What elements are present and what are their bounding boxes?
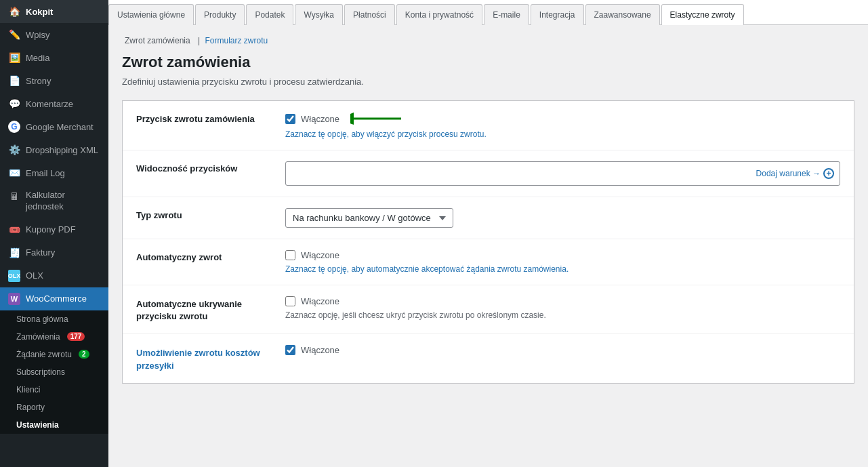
checkbox-row-ukrywanie: Włączone: [285, 296, 840, 306]
checkbox-row-zwrot-kosztow: Włączone: [285, 345, 840, 355]
sidebar-item-kalkulator[interactable]: 🖩 Kalkulator jednostek: [0, 184, 108, 218]
sidebar-item-media[interactable]: 🖼️ Media: [0, 46, 108, 69]
content-area: Zwrot zamówienia | Formularz zwrotu Zwro…: [108, 25, 868, 467]
sidebar-label-google-merchant: Google Merchant: [26, 122, 94, 132]
submenu-label-subscriptions: Subscriptions: [16, 367, 65, 377]
sidebar: 🏠 Kokpit ✏️ Wpisy 🖼️ Media 📄 Strony 💬 Ko…: [0, 0, 108, 467]
sidebar-item-strony[interactable]: 📄 Strony: [0, 69, 108, 92]
breadcrumb: Zwrot zamówienia | Formularz zwrotu: [122, 36, 854, 45]
sidebar-item-email-log[interactable]: ✉️ Email Log: [0, 161, 108, 184]
sidebar-item-olx[interactable]: OLX OLX: [0, 264, 108, 287]
select-typ-zwrotu[interactable]: Na rachunku bankowy / W gotówce Zwrot na…: [285, 208, 453, 228]
sidebar-item-kokpit[interactable]: 🏠 Kokpit: [0, 0, 108, 23]
setting-przycisk-zwrotu: Przycisk zwrotu zamówienia Włączone: [123, 101, 854, 150]
checkbox-label-przycisk: Włączone: [301, 114, 339, 124]
sidebar-item-komentarze[interactable]: 💬 Komentarze: [0, 92, 108, 115]
sidebar-item-faktury[interactable]: 🧾 Faktury: [0, 241, 108, 264]
sidebar-label-kalkulator: Kalkulator jednostek: [26, 190, 100, 213]
tab-platnosci[interactable]: Płatności: [344, 4, 395, 25]
google-merchant-icon: G: [8, 121, 20, 133]
submenu-label-raporty: Raporty: [16, 403, 45, 412]
tab-ustawienia-glowne[interactable]: Ustawienia główne: [108, 4, 194, 25]
sidebar-label-komentarze: Komentarze: [26, 99, 73, 109]
tab-zaawansowane[interactable]: Zaawansowane: [585, 4, 660, 25]
control-widocznosc: Dodaj warunek → +: [285, 161, 840, 186]
label-ukrywanie: Automatyczne ukrywanieprzycisku zwrotu: [136, 296, 285, 323]
tab-wysylka[interactable]: Wysyłka: [295, 4, 343, 25]
sidebar-item-wpisy[interactable]: ✏️ Wpisy: [0, 23, 108, 46]
dropshipping-icon: ⚙️: [8, 144, 20, 156]
checkbox-automatyczny-zwrot[interactable]: [285, 250, 295, 260]
sidebar-label-woocommerce: WooCommerce: [26, 293, 87, 304]
green-arrow-annotation: [350, 112, 405, 125]
label-zwrot-kosztow: Umożliwienie zwrotu kosztówprzesyłki: [136, 345, 285, 371]
setting-automatyczny-zwrot: Automatyczny zwrot Włączone Zaznacz tę o…: [123, 239, 854, 285]
sidebar-label-faktury: Faktury: [26, 247, 55, 258]
add-condition-button[interactable]: Dodaj warunek → +: [756, 168, 834, 179]
checkbox-przycisk-zwrotu[interactable]: [285, 114, 295, 124]
submenu-strona-glowna[interactable]: Strona główna: [0, 310, 108, 328]
settings-section: Przycisk zwrotu zamówienia Włączone: [122, 100, 854, 384]
setting-typ-zwrotu: Typ zwrotu Na rachunku bankowy / W gotów…: [123, 197, 854, 239]
control-zwrot-kosztow: Włączone: [285, 345, 840, 359]
media-icon: 🖼️: [8, 52, 20, 64]
submenu-klienci[interactable]: Klienci: [0, 381, 108, 399]
page-description: Zdefiniuj ustawienia przycisku zwrotu i …: [122, 77, 854, 87]
tab-e-maile[interactable]: E-maile: [484, 4, 529, 25]
control-ukrywanie: Włączone Zaznacz opcję, jeśli chcesz ukr…: [285, 296, 840, 320]
zamowienia-badge: 177: [67, 332, 85, 341]
kokpit-icon: 🏠: [8, 5, 20, 18]
setting-zwrot-kosztow: Umożliwienie zwrotu kosztówprzesyłki Włą…: [123, 334, 854, 382]
sidebar-label-wpisy: Wpisy: [26, 30, 49, 40]
faktury-icon: 🧾: [8, 247, 20, 259]
main-content: Ustawienia główne Produkty Podatek Wysył…: [108, 0, 868, 467]
tab-konta-i-prywatnosc[interactable]: Konta i prywatność: [396, 4, 482, 25]
tab-elastyczne-zwroty[interactable]: Elastyczne zwroty: [661, 4, 744, 25]
sidebar-item-google-merchant[interactable]: G Google Merchant: [0, 115, 108, 138]
hint-przycisk-zwrotu: Zaznacz tę opcję, aby włączyć przycisk p…: [285, 129, 840, 139]
sidebar-item-dropshipping[interactable]: ⚙️ Dropshipping XML: [0, 138, 108, 161]
control-typ-zwrotu: Na rachunku bankowy / W gotówce Zwrot na…: [285, 208, 840, 228]
add-condition-label: Dodaj warunek →: [756, 169, 821, 178]
checkbox-zwrot-kosztow[interactable]: [285, 345, 295, 355]
strony-icon: 📄: [8, 75, 20, 87]
checkbox-label-zwrot-kosztow: Włączone: [301, 345, 339, 355]
woocommerce-submenu: Strona główna Zamówienia 177 Żądanie zwr…: [0, 310, 108, 434]
submenu-zamowienia[interactable]: Zamówienia 177: [0, 328, 108, 346]
submenu-label-ustawienia: Ustawienia: [16, 420, 59, 430]
submenu-raporty[interactable]: Raporty: [0, 399, 108, 416]
control-przycisk-zwrotu: Włączone: [285, 112, 840, 139]
page-title: Zwrot zamówienia: [122, 54, 854, 71]
kalkulator-icon: 🖩: [8, 190, 20, 203]
sidebar-item-kupony[interactable]: 🎟️ Kupony PDF: [0, 218, 108, 241]
submenu-label-zadanie-zwrotu: Żądanie zwrotu: [16, 350, 72, 359]
submenu-zadanie-zwrotu[interactable]: Żądanie zwrotu 2: [0, 346, 108, 363]
visibility-input[interactable]: Dodaj warunek → +: [285, 161, 840, 186]
sidebar-label-dropshipping: Dropshipping XML: [26, 145, 98, 155]
olx-icon: OLX: [8, 270, 20, 282]
arrow-svg: [350, 112, 405, 125]
sidebar-label-kupony: Kupony PDF: [26, 224, 76, 235]
sidebar-label-strony: Strony: [26, 76, 51, 86]
breadcrumb-current[interactable]: Formularz zwrotu: [205, 36, 268, 45]
label-typ-zwrotu: Typ zwrotu: [136, 208, 285, 220]
checkbox-row-auto-zwrot: Włączone: [285, 250, 840, 260]
breadcrumb-separator: |: [198, 36, 202, 45]
checkbox-label-auto-zwrot: Włączone: [301, 250, 339, 260]
setting-ukrywanie: Automatyczne ukrywanieprzycisku zwrotu W…: [123, 285, 854, 334]
hint-ukrywanie: Zaznacz opcję, jeśli chcesz ukryć przyci…: [285, 310, 840, 320]
tab-produkty[interactable]: Produkty: [195, 4, 245, 25]
checkbox-row-przycisk: Włączone: [285, 112, 840, 125]
tab-integracja[interactable]: Integracja: [531, 4, 584, 25]
sidebar-label-email-log: Email Log: [26, 168, 65, 178]
komentarze-icon: 💬: [8, 98, 20, 110]
breadcrumb-parent: Zwrot zamówienia: [125, 36, 190, 45]
sidebar-label-olx: OLX: [26, 270, 43, 281]
checkbox-ukrywanie[interactable]: [285, 296, 295, 306]
submenu-label-strona-glowna: Strona główna: [16, 314, 68, 324]
tab-podatek[interactable]: Podatek: [246, 4, 293, 25]
submenu-subscriptions[interactable]: Subscriptions: [0, 363, 108, 381]
label-przycisk-zwrotu: Przycisk zwrotu zamówienia: [136, 112, 285, 124]
sidebar-item-woocommerce[interactable]: W WooCommerce: [0, 287, 108, 310]
submenu-ustawienia[interactable]: Ustawienia: [0, 416, 108, 434]
